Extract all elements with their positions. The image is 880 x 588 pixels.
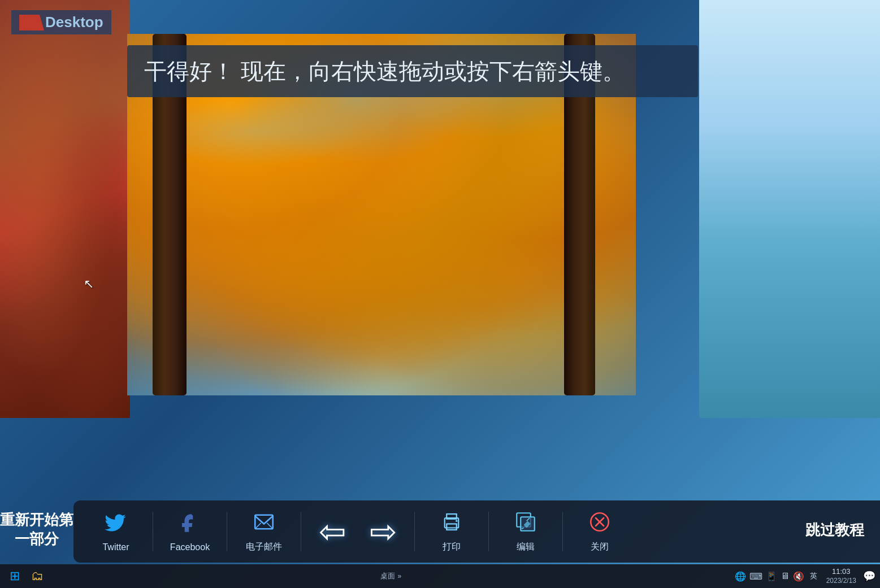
print-label: 打印	[443, 541, 461, 553]
edit-label: 编辑	[517, 541, 535, 553]
print-icon	[439, 510, 465, 539]
start-button[interactable]: ⊞	[5, 566, 25, 586]
twitter-icon	[103, 511, 129, 540]
left-arrow-icon: ⇦	[319, 512, 346, 551]
edit-button[interactable]: 编辑	[495, 506, 557, 557]
taskbar-desktop-label: 桌面	[380, 571, 395, 581]
close-button[interactable]: 关闭	[569, 506, 631, 557]
desktop-icon	[19, 15, 40, 31]
divider-1	[153, 512, 153, 551]
restart-label: 重新开始第一部分	[0, 511, 73, 549]
device-icon[interactable]: 📱	[766, 571, 777, 582]
system-tray: 🌐 ⌨ 📱 🖥 🔇 英	[735, 571, 820, 582]
restart-button[interactable]: 重新开始第一部分	[0, 499, 73, 561]
display-icon[interactable]: 🖥	[781, 571, 790, 581]
twitter-label: Twitter	[102, 542, 129, 552]
divider-6	[562, 512, 563, 551]
notification-icon[interactable]: 💬	[863, 570, 875, 582]
desktop-label: Desktop	[11, 10, 111, 34]
network-icon[interactable]: 🌐	[735, 571, 746, 582]
navigation-arrows: ⇦ ⇨	[307, 506, 409, 557]
clock-date: 2023/2/13	[826, 577, 856, 586]
desktop-label-text: Desktop	[45, 14, 103, 31]
taskbar: ⊞ 🗂 桌面 » 🌐 ⌨ 📱 🖥 🔇 英 11:03 2023/2/13 💬	[0, 564, 880, 588]
facebook-label: Facebook	[170, 542, 210, 552]
divider-4	[414, 512, 415, 551]
windows-logo-icon: ⊞	[10, 569, 20, 583]
prev-button[interactable]: ⇦	[307, 506, 358, 557]
edit-icon	[513, 510, 539, 539]
skip-tutorial-button[interactable]: 跳过教程	[790, 499, 880, 561]
facebook-button[interactable]: Facebook	[159, 506, 221, 557]
svg-rect-4	[446, 524, 457, 530]
divider-2	[227, 512, 227, 551]
next-button[interactable]: ⇨	[358, 506, 409, 557]
autumn-leaves-panel	[0, 0, 130, 418]
keyboard-icon[interactable]: ⌨	[749, 571, 762, 582]
toolbar: Twitter Facebook 电子邮件 ⇦ ⇨	[73, 500, 880, 563]
email-label: 电子邮件	[246, 541, 282, 553]
print-button[interactable]: 打印	[421, 506, 483, 557]
instruction-text: 干得好！ 现在，向右快速拖动或按下右箭头键。	[144, 59, 625, 84]
taskbar-more-icon[interactable]: »	[397, 572, 401, 580]
email-icon	[251, 510, 277, 539]
clock-area: 11:03 2023/2/13	[826, 567, 856, 585]
instruction-banner: 干得好！ 现在，向右快速拖动或按下右箭头键。	[127, 45, 698, 97]
right-arrow-icon: ⇨	[370, 512, 397, 551]
right-sky-panel	[699, 0, 880, 418]
svg-point-6	[456, 520, 458, 522]
file-explorer-button[interactable]: 🗂	[27, 566, 47, 586]
clock-time: 11:03	[826, 567, 856, 577]
skip-label: 跳过教程	[805, 520, 864, 540]
volume-icon[interactable]: 🔇	[793, 571, 804, 582]
close-icon	[587, 510, 613, 539]
language-label: 英	[810, 571, 817, 581]
divider-3	[301, 512, 301, 551]
email-button[interactable]: 电子邮件	[233, 506, 295, 557]
close-label: 关闭	[591, 541, 609, 553]
twitter-button[interactable]: Twitter	[85, 506, 147, 557]
svg-line-2	[267, 523, 273, 529]
facebook-icon	[177, 511, 203, 540]
divider-5	[488, 512, 489, 551]
folder-icon: 🗂	[31, 569, 44, 583]
svg-line-1	[255, 523, 261, 529]
